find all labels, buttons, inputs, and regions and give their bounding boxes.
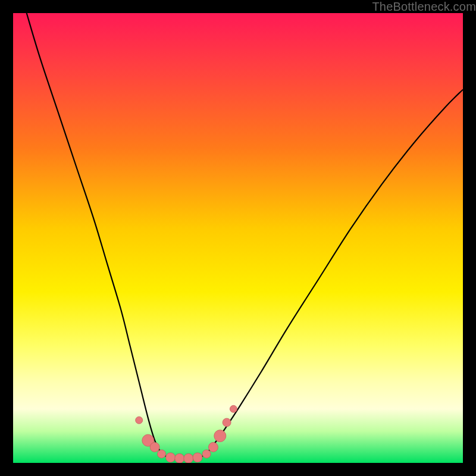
gradient-plot-area — [13, 13, 463, 463]
chart-frame: TheBottleneck.com — [0, 0, 476, 476]
watermark-text: TheBottleneck.com — [372, 0, 476, 14]
